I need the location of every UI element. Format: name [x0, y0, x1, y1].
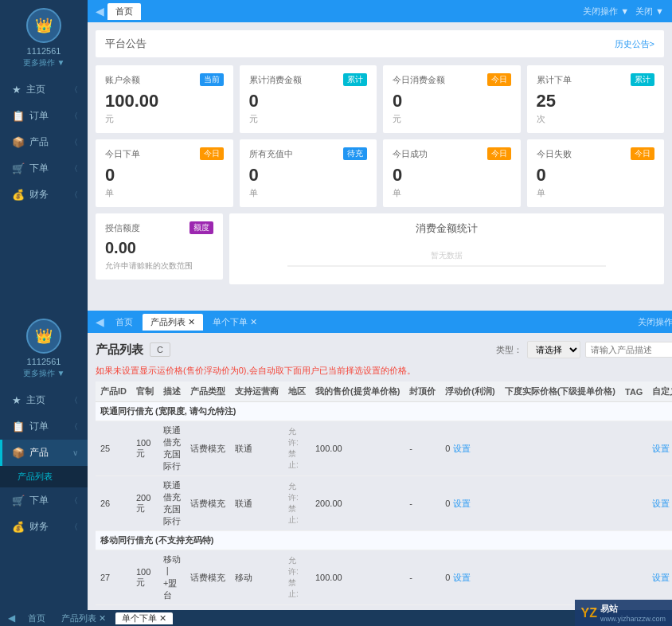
nav-prev-2[interactable]: ◀ — [96, 315, 104, 328]
col-id: 产品ID — [96, 381, 131, 402]
group-header-1: 联通同行借充 (宽限度, 请勾允特注) — [96, 402, 672, 421]
announcement-title: 平台公告 — [105, 37, 147, 51]
table-header: 产品ID 官制 描述 产品类型 支持运营商 地区 我的售价(提货单价格) 封顶价… — [96, 381, 672, 402]
avatar: 👑 — [26, 8, 61, 43]
announcement-link[interactable]: 历史公告> — [615, 38, 654, 50]
product-list-title: 产品列表 — [96, 342, 143, 358]
set-float-3[interactable]: 设置 — [453, 573, 471, 582]
sidebar-item-finance[interactable]: 💰 财务 〈 — [0, 182, 88, 208]
row-myprice: 200.00 — [311, 476, 404, 531]
sidebar-item-finance-b[interactable]: 💰 财务 〈 — [0, 514, 88, 540]
total-orders-unit: 次 — [537, 113, 655, 125]
sidebar-item-order-b[interactable]: 📋 订单 〈 — [0, 413, 88, 440]
total-spend-badge: 累计 — [343, 73, 367, 86]
close-ops-action-1[interactable]: 关闭操作 ▼ — [583, 6, 629, 18]
app-wrapper: 👑 1112561 更多操作 ▼ ★ 主页 〈 📋 订单 〈 📦 产品 〈 — [0, 0, 672, 626]
top-bar-actions-2: 关闭操作 ▼ 关闭 ▼ — [638, 316, 672, 328]
type-select[interactable]: 请选择 — [527, 341, 580, 358]
desc-search-input[interactable] — [585, 342, 672, 358]
avatar-bottom: 👑 — [26, 319, 61, 354]
watermark-logo: YZ — [581, 606, 597, 620]
bottom-tab-product[interactable]: 产品列表 ✕ — [55, 612, 112, 624]
col-type: 产品类型 — [186, 381, 230, 402]
bottom-tab-order[interactable]: 单个下单 ✕ — [115, 612, 173, 624]
credit-header: 授信额度 额度 — [105, 221, 213, 234]
row-actualprice — [500, 550, 620, 605]
today-fail-value: 0 — [537, 165, 655, 186]
balance-unit: 元 — [105, 113, 224, 125]
set-float-1[interactable]: 设置 — [453, 444, 471, 453]
row-tag — [620, 421, 647, 476]
home-arrow-b: 〈 — [70, 395, 78, 406]
bottom-bar-nav-prev[interactable]: ◀ — [8, 612, 15, 624]
set-custom-2[interactable]: 设置 — [652, 499, 670, 508]
row-carrier: 联通 — [230, 421, 283, 476]
product-title-area: 产品列表 C — [96, 342, 170, 358]
sidebar-item-product-b[interactable]: 📦 产品 ∨ — [0, 440, 88, 466]
set-custom-3[interactable]: 设置 — [652, 573, 670, 582]
today-success-badge: 今日 — [487, 147, 511, 160]
more-ops-bottom[interactable]: 更多操作 ▼ — [23, 368, 65, 379]
search-type-label: 类型： — [496, 344, 522, 356]
credit-chart-row: 授信额度 额度 0.00 允许申请赊账的次数范围 消费金额统计 暂无数据 — [96, 213, 664, 284]
sidebar-item-checkout[interactable]: 🛒 下单 〈 — [0, 155, 88, 182]
checkout-arrow: 〈 — [70, 163, 78, 174]
today-fail-header: 今日失败 今日 — [537, 147, 655, 160]
sidebar-item-home-b[interactable]: ★ 主页 〈 — [0, 387, 88, 413]
stat-card-balance: 账户余额 当前 100.00 元 — [96, 65, 233, 133]
total-spend-value: 0 — [249, 91, 368, 112]
sidebar-top: 👑 1112561 更多操作 ▼ ★ 主页 〈 📋 订单 〈 📦 产品 〈 — [0, 0, 88, 311]
close-action-1[interactable]: 关闭 ▼ — [635, 6, 664, 18]
tab-single-order-2[interactable]: 单个下单 ✕ — [205, 314, 265, 331]
nav-prev-1[interactable]: ◀ — [96, 5, 104, 18]
col-tag: TAG — [620, 381, 647, 402]
row-tag — [620, 550, 647, 605]
finance-arrow: 〈 — [70, 190, 78, 201]
row-myprice: 100.00 — [311, 550, 404, 605]
row-topprice: - — [404, 550, 440, 605]
sidebar-item-home[interactable]: ★ 主页 〈 — [0, 76, 88, 103]
set-float-2[interactable]: 设置 — [453, 499, 471, 508]
sidebar-item-product[interactable]: 📦 产品 〈 — [0, 129, 88, 155]
stat-cards-row1: 账户余额 当前 100.00 元 累计消费金额 累计 0 元 — [96, 65, 664, 133]
row-type: 话费模充 — [186, 421, 230, 476]
row-region: 允许:禁止: — [283, 421, 311, 476]
col-myprice: 我的售价(提货单价格) — [311, 381, 404, 402]
row-actualprice — [500, 421, 620, 476]
pending-unit: 单 — [249, 187, 368, 199]
sidebar-item-order[interactable]: 📋 订单 〈 — [0, 103, 88, 129]
refresh-button[interactable]: C — [150, 342, 170, 357]
table-body: 联通同行借充 (宽限度, 请勾允特注) 25 100元 联通借充充国际行 话费模… — [96, 402, 672, 621]
col-actualprice: 下度实际价格(下级提单价格) — [500, 381, 620, 402]
home-arrow: 〈 — [70, 84, 78, 96]
total-orders-title: 累计下单 — [537, 74, 572, 86]
credit-note: 允许申请赊账的次数范围 — [105, 260, 213, 272]
total-orders-value: 25 — [537, 91, 655, 112]
row-type: 话费模充 — [186, 550, 230, 605]
sidebar-label-product: 产品 — [29, 135, 70, 149]
tab-home-2[interactable]: 首页 — [107, 314, 141, 331]
sidebar-sub-product-list[interactable]: 产品列表 — [0, 466, 88, 487]
order-arrow-b: 〈 — [70, 421, 78, 432]
bottom-tab-home[interactable]: 首页 — [21, 612, 52, 624]
watermark-text-area: 易站 www.yizhanzzw.com — [600, 603, 666, 623]
row-floatprice: 0 设置 — [440, 476, 499, 531]
table-row: 26 200元 联通借充充国际行 话费模充 联通 允许:禁止: 200.00 -… — [96, 476, 672, 531]
top-bar-2: ◀ 首页 产品列表 ✕ 单个下单 ✕ 关闭操作 ▼ 关闭 ▼ — [88, 311, 672, 333]
top-bar-actions-1: 关闭操作 ▼ 关闭 ▼ — [583, 6, 664, 18]
more-ops[interactable]: 更多操作 ▼ — [23, 57, 65, 68]
sidebar-label-product-b: 产品 — [29, 446, 72, 460]
sidebar-menu: ★ 主页 〈 📋 订单 〈 📦 产品 〈 🛒 下单 〈 — [0, 76, 88, 208]
tab-home-1[interactable]: 首页 — [107, 3, 141, 20]
sidebar-item-checkout-b[interactable]: 🛒 下单 〈 — [0, 487, 88, 514]
order-arrow: 〈 — [70, 111, 78, 122]
close-ops-action-2[interactable]: 关闭操作 ▼ — [638, 316, 672, 328]
row-official: 100元 — [131, 550, 158, 605]
top-bar-tabs-1: 首页 — [107, 3, 141, 20]
set-custom-1[interactable]: 设置 — [652, 444, 670, 453]
chart-area: 消费金额统计 暂无数据 — [229, 213, 664, 284]
today-spend-value: 0 — [393, 91, 511, 112]
sidebar-label-order-b: 订单 — [29, 420, 70, 433]
today-spend-unit: 元 — [393, 113, 511, 125]
tab-product-list-2[interactable]: 产品列表 ✕ — [143, 314, 203, 331]
